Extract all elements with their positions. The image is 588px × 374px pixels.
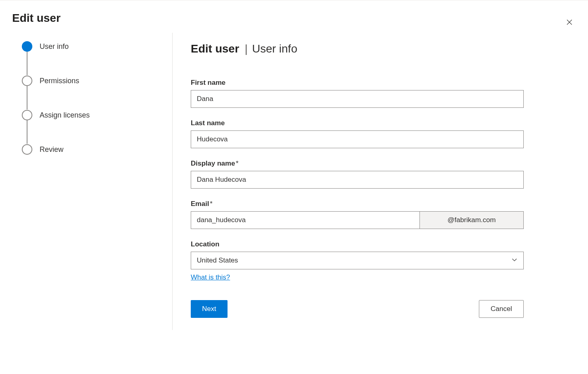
close-icon	[566, 19, 573, 26]
heading-main: Edit user	[191, 42, 239, 55]
location-label: Location	[191, 240, 524, 248]
step-label: Permissions	[40, 77, 79, 85]
first-name-input[interactable]	[191, 90, 524, 108]
step-connector	[27, 51, 27, 75]
cancel-button[interactable]: Cancel	[479, 300, 524, 318]
step-review[interactable]: Review	[22, 144, 172, 155]
email-domain-selector[interactable]: @fabrikam.com	[419, 211, 524, 229]
step-label: Assign licenses	[40, 111, 90, 120]
step-label: User info	[40, 42, 69, 51]
last-name-input[interactable]	[191, 130, 524, 148]
email-label: Email*	[191, 200, 524, 208]
first-name-label: First name	[191, 79, 524, 87]
close-button[interactable]	[565, 17, 574, 27]
step-connector	[27, 120, 27, 144]
step-permissions[interactable]: Permissions	[22, 75, 172, 86]
last-name-label: Last name	[191, 119, 524, 127]
main-form-panel: Edit user | User info First name Last na…	[172, 33, 544, 330]
display-name-label: Display name*	[191, 160, 524, 168]
location-help-link[interactable]: What is this?	[191, 273, 230, 282]
panel-title: Edit user	[12, 12, 576, 25]
step-user-info[interactable]: User info	[22, 41, 172, 52]
step-indicator-active-icon	[22, 41, 32, 52]
step-assign-licenses[interactable]: Assign licenses	[22, 109, 172, 121]
step-indicator-icon	[22, 76, 32, 86]
step-connector	[27, 86, 27, 109]
step-indicator-icon	[22, 110, 32, 120]
step-indicator-icon	[22, 144, 32, 155]
email-input[interactable]	[191, 211, 419, 229]
heading-subtitle: User info	[252, 42, 297, 55]
location-select[interactable]: United States	[191, 252, 524, 269]
location-value: United States	[197, 256, 238, 265]
page-heading: Edit user | User info	[191, 42, 524, 55]
step-label: Review	[40, 145, 63, 154]
wizard-steps-sidebar: User info Permissions Assign licenses Re…	[12, 33, 172, 330]
display-name-input[interactable]	[191, 171, 524, 189]
heading-separator: |	[245, 42, 248, 55]
next-button[interactable]: Next	[191, 300, 228, 318]
